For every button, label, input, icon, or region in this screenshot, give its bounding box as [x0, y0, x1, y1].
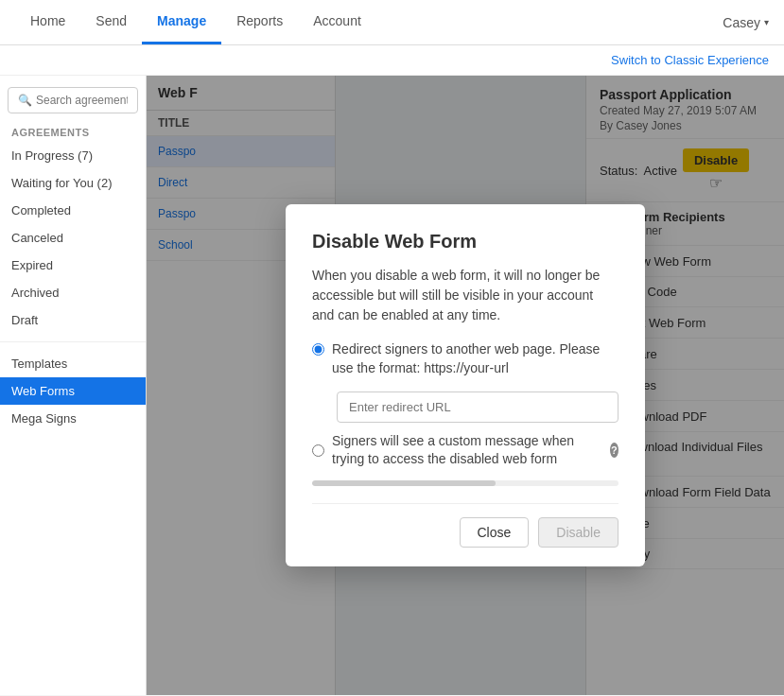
- nav-reports[interactable]: Reports: [221, 0, 298, 44]
- nav-home[interactable]: Home: [15, 0, 80, 44]
- sidebar-search-wrapper[interactable]: 🔍: [8, 87, 138, 113]
- content-area: Web F TITLE Passpo Direct Passpo School …: [147, 76, 784, 695]
- sidebar-item-waiting[interactable]: Waiting for You (2): [0, 169, 146, 197]
- modal-overlay: Disable Web Form When you disable a web …: [147, 76, 784, 695]
- modal-scrollbar-thumb: [312, 480, 496, 486]
- radio-custom-message[interactable]: [312, 444, 324, 457]
- classic-experience-link[interactable]: Switch to Classic Experience: [0, 45, 784, 76]
- sidebar-divider: [0, 341, 146, 342]
- sidebar-item-expired[interactable]: Expired: [0, 252, 146, 279]
- sidebar-item-web-forms[interactable]: Web Forms: [0, 377, 146, 405]
- disable-web-form-modal: Disable Web Form When you disable a web …: [286, 204, 645, 566]
- nav-send[interactable]: Send: [80, 0, 142, 44]
- modal-disable-button[interactable]: Disable: [538, 517, 618, 548]
- radio-redirect[interactable]: [312, 343, 324, 356]
- modal-footer: Close Disable: [312, 503, 618, 548]
- sidebar-item-archived[interactable]: Archived: [0, 279, 146, 306]
- top-nav: Home Send Manage Reports Account Casey ▾: [0, 0, 784, 45]
- help-icon[interactable]: ?: [610, 443, 618, 458]
- nav-manage[interactable]: Manage: [142, 0, 221, 44]
- sidebar-item-completed[interactable]: Completed: [0, 197, 146, 224]
- main-layout: 🔍 AGREEMENTS In Progress (7) Waiting for…: [0, 76, 784, 695]
- sidebar-item-templates[interactable]: Templates: [0, 350, 146, 377]
- modal-title: Disable Web Form: [312, 231, 618, 252]
- sidebar-item-mega-signs[interactable]: Mega Signs: [0, 405, 146, 432]
- radio-redirect-item: Redirect signers to another web page. Pl…: [312, 340, 618, 377]
- radio-custom-message-item: Signers will see a custom message when t…: [312, 432, 618, 469]
- radio-custom-message-label: Signers will see a custom message when t…: [332, 432, 599, 469]
- nav-items: Home Send Manage Reports Account: [15, 0, 723, 44]
- nav-account[interactable]: Account: [298, 0, 376, 44]
- radio-redirect-label: Redirect signers to another web page. Pl…: [332, 340, 618, 377]
- sidebar-item-canceled[interactable]: Canceled: [0, 224, 146, 252]
- modal-scrollbar[interactable]: [312, 480, 618, 486]
- redirect-url-input[interactable]: [337, 392, 618, 423]
- modal-radio-group: Redirect signers to another web page. Pl…: [312, 340, 618, 468]
- sidebar-item-draft[interactable]: Draft: [0, 306, 146, 334]
- nav-user[interactable]: Casey ▾: [723, 15, 769, 30]
- nav-user-chevron: ▾: [764, 17, 769, 27]
- agreements-section-title: AGREEMENTS: [0, 123, 146, 142]
- sidebar-item-in-progress[interactable]: In Progress (7): [0, 142, 146, 169]
- modal-close-button[interactable]: Close: [460, 517, 530, 548]
- search-input[interactable]: [36, 94, 128, 107]
- sidebar: 🔍 AGREEMENTS In Progress (7) Waiting for…: [0, 76, 147, 695]
- modal-body: When you disable a web form, it will no …: [312, 266, 618, 325]
- nav-user-name: Casey: [723, 15, 760, 30]
- search-icon: 🔍: [18, 94, 32, 107]
